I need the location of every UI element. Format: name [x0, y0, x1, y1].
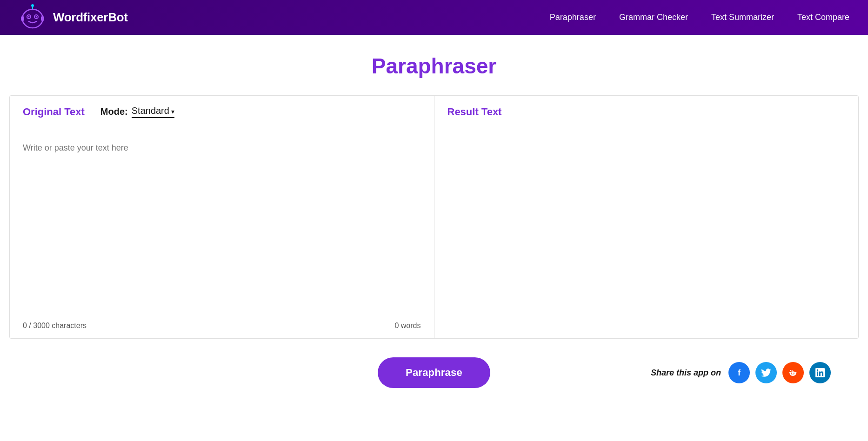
reddit-alien-icon [788, 368, 798, 378]
left-panel-footer: 0 / 3000 characters 0 words [10, 315, 434, 338]
linkedin-logo-icon [815, 368, 825, 377]
twitter-icon[interactable] [755, 362, 777, 383]
facebook-icon[interactable]: f [728, 362, 750, 383]
share-section: Share this app on f [651, 362, 831, 383]
bottom-section: Paraphrase Share this app on f [9, 353, 859, 397]
left-panel: Original Text Mode: Standard ▾ 0 / 3000 … [10, 96, 434, 338]
right-panel: Result Text [434, 96, 859, 338]
svg-point-4 [36, 16, 37, 17]
right-panel-header: Result Text [434, 96, 859, 128]
reddit-icon[interactable] [782, 362, 804, 383]
paraphrase-button[interactable]: Paraphrase [378, 357, 490, 388]
twitter-bird-icon [761, 369, 771, 377]
char-count: 0 / 3000 characters [23, 322, 87, 330]
left-panel-header: Original Text Mode: Standard ▾ [10, 96, 434, 128]
result-text-label: Result Text [447, 106, 502, 118]
logo-icon [19, 4, 47, 32]
mode-select[interactable]: Standard ▾ [132, 105, 174, 118]
share-label: Share this app on [651, 368, 721, 378]
right-text-area [434, 128, 859, 338]
nav-links: Paraphraser Grammar Checker Text Summari… [550, 13, 849, 22]
original-text-label: Original Text [23, 106, 85, 118]
original-text-input[interactable] [23, 141, 421, 310]
svg-point-0 [22, 9, 43, 28]
nav-paraphraser[interactable]: Paraphraser [550, 13, 596, 22]
main-content: Paraphraser Original Text Mode: Standard… [0, 35, 868, 411]
nav-text-summarizer[interactable]: Text Summarizer [711, 13, 774, 22]
page-title: Paraphraser [9, 53, 859, 79]
nav-text-compare[interactable]: Text Compare [797, 13, 849, 22]
facebook-letter: f [738, 368, 741, 378]
logo-text: WordfixerBot [53, 10, 128, 25]
svg-point-3 [28, 16, 30, 17]
mode-label: Mode: [100, 106, 128, 117]
mode-group: Mode: Standard ▾ [100, 105, 174, 118]
logo-area: WordfixerBot [19, 4, 550, 32]
word-count: 0 words [394, 322, 421, 330]
nav-grammar-checker[interactable]: Grammar Checker [619, 13, 688, 22]
linkedin-icon[interactable] [809, 362, 831, 383]
svg-point-6 [31, 4, 34, 7]
editor-container: Original Text Mode: Standard ▾ 0 / 3000 … [9, 95, 859, 339]
chevron-down-icon: ▾ [171, 108, 174, 115]
result-text-input[interactable] [447, 141, 846, 334]
social-icons: f [728, 362, 831, 383]
header: WordfixerBot Paraphraser Grammar Checker… [0, 0, 868, 35]
left-text-area [10, 128, 434, 315]
mode-value: Standard [132, 105, 169, 116]
